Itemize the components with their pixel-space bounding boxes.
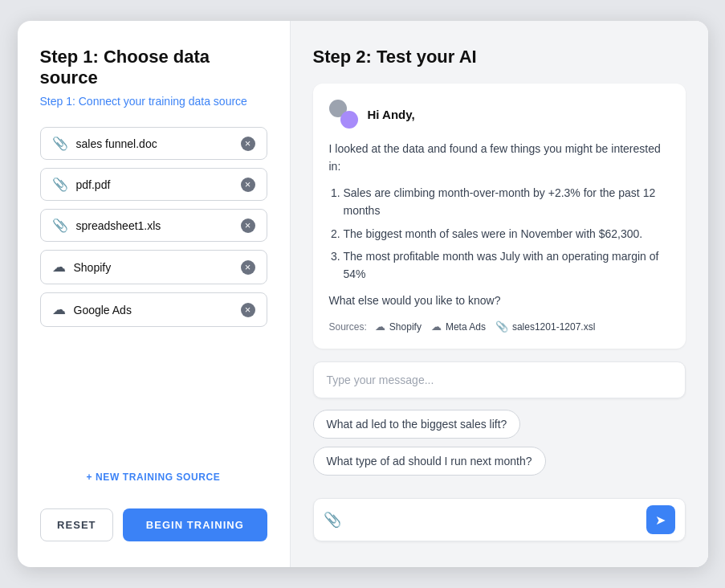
source-badge: 📎sales1201-1207.xsl [495, 321, 595, 333]
message-input-placeholder[interactable]: Type your message... [313, 361, 686, 398]
file-list: 📎sales funnel.doc📎pdf.pdf📎spreadsheet1.x… [40, 127, 267, 449]
input-bar: 📎 ➤ [313, 498, 686, 541]
file-item: 📎pdf.pdf [40, 168, 267, 201]
file-icon: 📎 [52, 177, 68, 192]
bottom-buttons: RESET BEGIN TRAINING [40, 508, 267, 541]
cloud-icon: ☁ [431, 321, 442, 333]
suggestion-pill[interactable]: What ad led to the biggest sales lift? [313, 410, 521, 439]
chat-header: Hi Andy, [329, 100, 670, 129]
chat-point: Sales are climbing month-over-month by +… [344, 184, 670, 220]
cloud-icon: ☁ [375, 321, 385, 333]
main-container: Step 1: Choose data source Step 1: Conne… [18, 21, 708, 567]
greeting: Hi Andy, [368, 108, 415, 121]
attach-icon[interactable]: 📎 [324, 511, 646, 529]
source-badge: ☁Meta Ads [431, 321, 486, 333]
file-icon: 📎 [52, 218, 68, 233]
chat-point: The most profitable month was July with … [344, 247, 670, 284]
new-source-button[interactable]: + NEW TRAINING SOURCE [40, 465, 267, 489]
sources-row: Sources: ☁Shopify☁Meta Ads📎sales1201-120… [329, 321, 670, 333]
chat-intro: I looked at the data and found a few thi… [329, 140, 670, 176]
step1-title: Step 1: Choose data source [40, 47, 267, 88]
send-button[interactable]: ➤ [646, 505, 675, 534]
file-name: Google Ads [74, 304, 233, 316]
source-name: Shopify [389, 321, 422, 333]
left-panel: Step 1: Choose data source Step 1: Conne… [18, 21, 291, 567]
file-icon: 📎 [52, 136, 68, 151]
chat-followup: What else would you like to know? [329, 292, 670, 309]
file-item: ☁Google Ads [40, 292, 267, 327]
step2-title: Step 2: Test your AI [313, 47, 686, 67]
source-name: Meta Ads [446, 321, 486, 333]
file-item: ☁Shopify [40, 250, 267, 284]
file-item: 📎spreadsheet1.xls [40, 209, 267, 242]
begin-training-button[interactable]: BEGIN TRAINING [123, 508, 267, 541]
file-name: spreadsheet1.xls [76, 219, 233, 232]
reset-button[interactable]: RESET [40, 508, 114, 541]
suggestions: What ad led to the biggest sales lift?Wh… [313, 410, 686, 476]
remove-file-button[interactable] [241, 137, 255, 151]
avatar-blue-circle [340, 111, 358, 129]
send-icon: ➤ [655, 512, 666, 528]
sources-label: Sources: [329, 321, 367, 333]
source-badge: ☁Shopify [375, 321, 422, 333]
cloud-icon: ☁ [52, 259, 66, 276]
right-panel: Step 2: Test your AI Hi Andy, I looked a… [291, 21, 708, 567]
file-icon: 📎 [495, 321, 508, 333]
remove-file-button[interactable] [241, 260, 255, 275]
chat-points: Sales are climbing month-over-month by +… [329, 184, 670, 284]
cloud-icon: ☁ [52, 301, 66, 318]
chat-point: The biggest month of sales were in Novem… [344, 225, 670, 243]
remove-file-button[interactable] [241, 303, 255, 317]
file-name: Shopify [74, 261, 233, 274]
file-name: sales funnel.doc [76, 137, 233, 150]
avatar [329, 100, 358, 129]
sources-list: ☁Shopify☁Meta Ads📎sales1201-1207.xsl [375, 321, 595, 333]
suggestion-pill[interactable]: What type of ad should I run next month? [313, 447, 546, 476]
chat-body: I looked at the data and found a few thi… [329, 140, 670, 309]
remove-file-button[interactable] [241, 178, 255, 192]
source-name: sales1201-1207.xsl [512, 321, 595, 333]
step1-subtitle: Step 1: Connect your training data sourc… [40, 95, 267, 108]
file-name: pdf.pdf [76, 178, 233, 191]
remove-file-button[interactable] [241, 218, 255, 233]
file-item: 📎sales funnel.doc [40, 127, 267, 160]
chat-message: Hi Andy, I looked at the data and found … [313, 84, 686, 349]
